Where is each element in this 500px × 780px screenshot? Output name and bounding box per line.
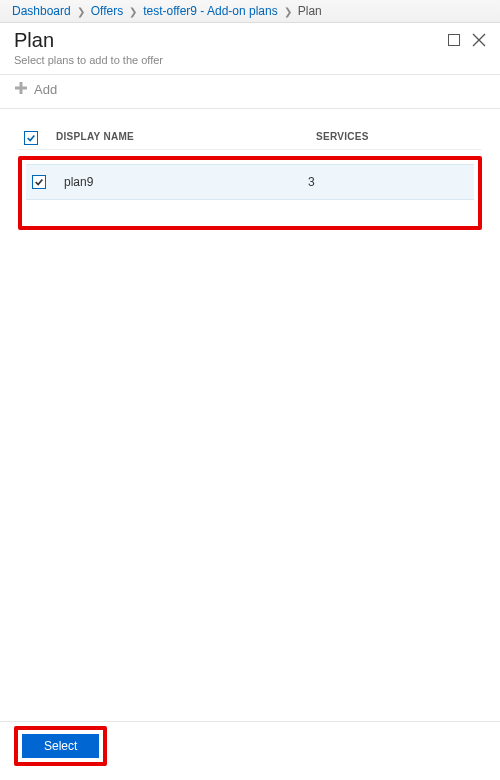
page-subtitle: Select plans to add to the offer bbox=[14, 54, 163, 66]
blade-header: Plan Select plans to add to the offer bbox=[0, 23, 500, 75]
row-display-name: plan9 bbox=[56, 175, 308, 189]
chevron-right-icon: ❯ bbox=[77, 6, 85, 17]
breadcrumb: Dashboard ❯ Offers ❯ test-offer9 - Add-o… bbox=[0, 0, 500, 23]
breadcrumb-offer-addon[interactable]: test-offer9 - Add-on plans bbox=[143, 4, 278, 18]
checkmark-icon bbox=[26, 133, 36, 143]
column-header-display-name[interactable]: DISPLAY NAME bbox=[48, 131, 316, 145]
table-row[interactable]: plan9 3 bbox=[26, 164, 474, 200]
add-button-label: Add bbox=[34, 82, 57, 97]
toolbar: Add bbox=[0, 75, 500, 109]
breadcrumb-dashboard[interactable]: Dashboard bbox=[12, 4, 71, 18]
page-title: Plan bbox=[14, 29, 163, 52]
maximize-button[interactable] bbox=[448, 33, 460, 50]
plus-icon bbox=[14, 81, 28, 98]
select-all-checkbox[interactable] bbox=[24, 131, 38, 145]
table-header: DISPLAY NAME SERVICES bbox=[18, 127, 482, 150]
close-button[interactable] bbox=[472, 33, 486, 50]
content-area: DISPLAY NAME SERVICES plan9 3 bbox=[0, 109, 500, 721]
chevron-right-icon: ❯ bbox=[129, 6, 137, 17]
breadcrumb-offers[interactable]: Offers bbox=[91, 4, 123, 18]
maximize-icon bbox=[448, 34, 460, 46]
highlighted-button-annotation: Select bbox=[14, 726, 107, 766]
select-button[interactable]: Select bbox=[22, 734, 99, 758]
checkmark-icon bbox=[34, 177, 44, 187]
add-button[interactable]: Add bbox=[14, 81, 57, 98]
breadcrumb-current: Plan bbox=[298, 4, 322, 18]
chevron-right-icon: ❯ bbox=[284, 6, 292, 17]
column-header-services[interactable]: SERVICES bbox=[316, 131, 476, 145]
row-services: 3 bbox=[308, 175, 468, 189]
highlighted-row-annotation: plan9 3 bbox=[18, 156, 482, 230]
footer: Select bbox=[0, 721, 500, 780]
row-checkbox[interactable] bbox=[32, 175, 46, 189]
close-icon bbox=[472, 33, 486, 47]
